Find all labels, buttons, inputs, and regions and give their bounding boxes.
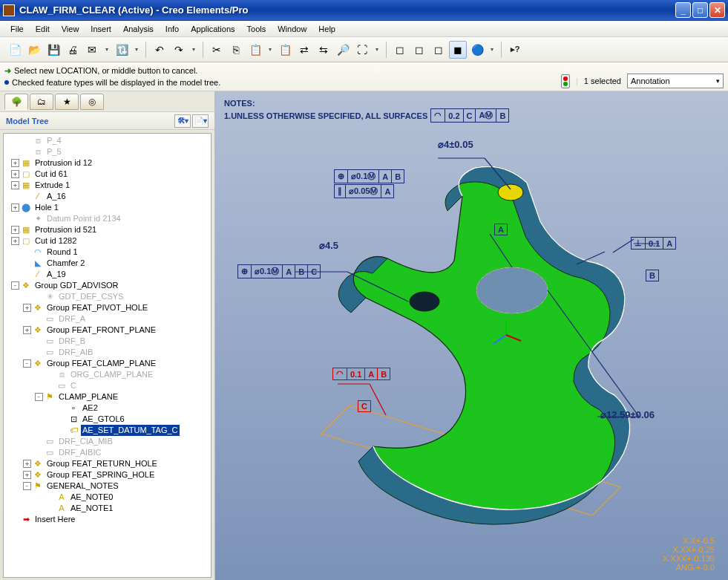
menu-tools[interactable]: Tools <box>241 22 272 36</box>
display-shaded-button[interactable]: ◼ <box>449 41 467 59</box>
paste-special-button[interactable]: 📋 <box>276 41 294 59</box>
open-button[interactable]: 📂 <box>25 41 43 59</box>
paste-button[interactable]: 📋 <box>246 41 264 59</box>
tree-toggle[interactable]: + <box>23 471 31 479</box>
selection-filter-dropdown[interactable]: Annotation ▾ <box>627 74 724 88</box>
redo-dropdown[interactable]: ▾ <box>189 46 198 53</box>
help-button[interactable]: ▸? <box>506 41 524 59</box>
tree-item[interactable]: AAE_NOTE1 <box>5 503 209 514</box>
tree-item[interactable]: 🏷AE_SET_DATUM_TAG_C <box>5 425 209 436</box>
redo-button[interactable]: ↷ <box>170 41 188 59</box>
gtol-icon: ⊡ <box>68 414 79 425</box>
regenerate-button[interactable]: 🔃 <box>113 41 131 59</box>
display-hidden-button[interactable]: ◻ <box>410 41 428 59</box>
tree-item[interactable]: ◣Chamfer 2 <box>5 258 209 269</box>
tree-toggle[interactable]: - <box>23 482 31 490</box>
menu-view[interactable]: View <box>56 22 85 36</box>
tree-item[interactable]: ◠Round 1 <box>5 247 209 258</box>
tree-item[interactable]: ⧈P_5 <box>5 146 209 157</box>
menu-window[interactable]: Window <box>272 22 312 36</box>
show-button[interactable]: 📄▾ <box>192 114 209 128</box>
tree-item[interactable]: ▭DRF_AIB <box>5 347 209 358</box>
tree-item[interactable]: ⊡AE_GTOL6 <box>5 414 209 425</box>
tree-item[interactable]: ✦Datum Point id 2134 <box>5 213 209 224</box>
menu-help[interactable]: Help <box>312 22 341 36</box>
copy-button[interactable]: ⎘ <box>227 41 245 59</box>
mail-dropdown[interactable]: ▾ <box>102 46 111 53</box>
tree-item[interactable]: ➡Insert Here <box>5 514 209 525</box>
tree-item[interactable]: -⚑CLAMP_PLANE <box>5 391 209 403</box>
select-button[interactable]: ⛶ <box>353 41 371 59</box>
print-button[interactable]: 🖨 <box>64 41 82 59</box>
favorites-tab[interactable]: ★ <box>55 94 79 110</box>
regen-dropdown[interactable]: ▾ <box>132 46 141 53</box>
menu-insert[interactable]: Insert <box>85 22 117 36</box>
tree-item[interactable]: AAE_NOTE0 <box>5 492 209 503</box>
tree-item[interactable]: ✳GDT_DEF_CSYS <box>5 291 209 302</box>
maximize-button[interactable]: □ <box>692 2 708 18</box>
tree-item[interactable]: -⚑GENERAL_NOTES <box>5 480 209 492</box>
tree-item[interactable]: +❖Group FEAT_PIVOT_HOLE <box>5 302 209 313</box>
tree-toggle[interactable]: - <box>11 281 19 290</box>
tree-item[interactable]: +▦Protrusion id 12 <box>5 157 209 169</box>
model-tree[interactable]: ⧈P_4⧈P_5+▦Protrusion id 12+▢Cut id 61+▦E… <box>3 133 211 578</box>
tree-toggle[interactable]: + <box>23 326 31 334</box>
select-dropdown[interactable]: ▾ <box>373 46 381 53</box>
move-button[interactable]: ⇆ <box>315 41 332 59</box>
menu-info[interactable]: Info <box>160 22 185 36</box>
tree-item[interactable]: ⧈P_4 <box>5 135 209 146</box>
close-button[interactable]: ✕ <box>709 2 725 18</box>
tree-item[interactable]: +❖Group FEAT_SPRING_HOLE <box>5 469 209 480</box>
mail-button[interactable]: ✉ <box>83 41 101 59</box>
tree-item[interactable]: ▭DRF_A <box>5 313 209 325</box>
minimize-button[interactable]: _ <box>675 2 691 18</box>
tree-item[interactable]: +▢Cut id 61 <box>5 169 209 180</box>
appearance-button[interactable]: 🔵 <box>468 41 486 59</box>
menu-applications[interactable]: Applications <box>185 22 240 36</box>
tree-item[interactable]: ▭DRF_CIA_MIB <box>5 436 209 447</box>
cut-button[interactable]: ✂ <box>208 41 226 59</box>
appearance-dropdown[interactable]: ▾ <box>488 46 496 53</box>
tree-item[interactable]: +⬤Hole 1 <box>5 202 209 213</box>
modeltree-tab[interactable]: 🌳 <box>4 94 28 110</box>
undo-button[interactable]: ↶ <box>151 41 168 59</box>
tree-item[interactable]: +❖Group FEAT_RETURN_HOLE <box>5 458 209 469</box>
menu-file[interactable]: File <box>4 22 30 36</box>
tree-item[interactable]: +❖Group FEAT_FRONT_PLANE <box>5 325 209 336</box>
find-button[interactable]: 🔎 <box>334 41 352 59</box>
paste-dropdown[interactable]: ▾ <box>266 46 275 53</box>
display-nohidden-button[interactable]: ◻ <box>430 41 447 59</box>
tree-item[interactable]: ⁄A_19 <box>5 269 209 280</box>
tree-toggle[interactable]: + <box>11 203 19 212</box>
tree-item[interactable]: -❖Group FEAT_CLAMP_PLANE <box>5 358 209 369</box>
tree-item[interactable]: +▦Protrusion id 521 <box>5 224 209 235</box>
tree-toggle[interactable]: + <box>11 237 19 245</box>
tree-item[interactable]: -❖Group GDT_ADVISOR <box>5 280 209 291</box>
display-wireframe-button[interactable]: ◻ <box>391 41 409 59</box>
tree-toggle[interactable]: - <box>35 393 43 401</box>
menu-analysis[interactable]: Analysis <box>117 22 160 36</box>
tree-item[interactable]: ▭DRF_B <box>5 336 209 347</box>
layertree-tab[interactable]: 🗂 <box>30 94 53 110</box>
graphics-viewport[interactable]: NOTES: 1.UNLESS OTHERWISE SPECIFIED, ALL… <box>215 91 728 580</box>
copy-props-button[interactable]: ⇄ <box>295 41 313 59</box>
settings-button[interactable]: 🛠▾ <box>174 114 191 128</box>
tree-item[interactable]: +▦Extrude 1 <box>5 180 209 191</box>
tree-item[interactable]: ⧈ORG_CLAMP_PLANE <box>5 369 209 380</box>
tree-toggle[interactable]: + <box>11 159 19 167</box>
target-tab[interactable]: ◎ <box>80 94 104 110</box>
tree-toggle[interactable]: + <box>23 460 31 468</box>
tree-item[interactable]: +▢Cut id 1282 <box>5 235 209 247</box>
tree-item[interactable]: ▭C <box>5 380 209 391</box>
tree-item[interactable]: ▫AE2 <box>5 403 209 414</box>
menu-edit[interactable]: Edit <box>30 22 56 36</box>
tree-item[interactable]: ▭DRF_AIBIC <box>5 447 209 458</box>
tree-toggle[interactable]: + <box>11 181 19 189</box>
save-button[interactable]: 💾 <box>45 41 62 59</box>
tree-toggle[interactable]: + <box>11 226 19 234</box>
tree-toggle[interactable]: + <box>23 304 31 312</box>
tree-toggle[interactable]: + <box>11 170 19 178</box>
new-button[interactable]: 📄 <box>6 41 24 59</box>
tree-item[interactable]: ⁄A_16 <box>5 191 209 202</box>
tree-toggle[interactable]: - <box>23 359 31 368</box>
